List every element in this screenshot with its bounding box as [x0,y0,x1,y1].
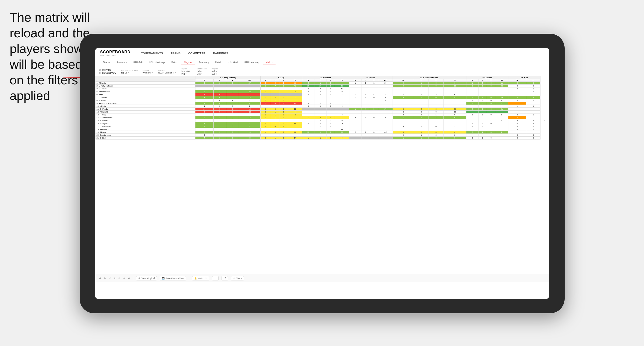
nav-tournaments[interactable]: TOURNAMENTS [138,51,166,56]
cell: 2 [335,105,350,108]
full-view-radio[interactable] [99,69,101,71]
cell: 0 [214,93,226,96]
cell: 3 [195,90,213,93]
cell: 0 [260,99,271,102]
zoom-fit-icon[interactable]: ⊡ [118,277,120,280]
conference-select[interactable]: (All) [197,70,206,73]
compact-view-radio[interactable] [99,72,101,74]
cell: 0 [214,108,226,111]
cell [349,122,361,125]
region-select[interactable]: East - DII [181,70,192,73]
cell: 1 [271,122,280,125]
cell: 1 [214,90,226,93]
cell: 0 [466,114,478,116]
cell: 0 [508,116,526,119]
cell [495,128,508,131]
cell: 1 [280,82,288,85]
cell [466,116,478,119]
zoom-out-icon[interactable]: ⊖ [114,277,116,280]
cell: 0 [271,131,280,134]
cell [226,119,239,122]
player-name: 9. A Maria Jimenez Rios [96,102,196,105]
sub-nav-teams[interactable]: Teams [100,60,113,65]
cell: 1 [314,125,326,128]
save-custom-button[interactable]: 💾 Save Custom View [160,276,186,280]
zoom-in-icon[interactable]: ⊕ [123,277,125,280]
gender-select[interactable]: Women's [142,72,154,74]
nav-teams[interactable]: TEAMS [167,51,184,56]
cell: 0 [302,87,314,90]
cell: 6 [444,82,466,85]
cell: 5 [288,116,302,119]
cell: 0 [335,90,350,93]
cell: 1 [260,108,271,111]
full-view-option[interactable]: Full View [99,69,116,71]
cell: 0 [280,85,288,87]
cell [508,93,526,96]
cell [302,119,314,122]
cell: 0 [428,131,443,134]
cell [271,119,280,122]
expand-button[interactable]: ⛶ [222,276,228,280]
cell [392,105,414,108]
view-toggle: Full View Compact View [99,69,116,74]
max-players-select[interactable]: Top 25 [121,72,138,74]
table-row: 10. L Perini 1 3 0 1 0 1 0 2 [96,105,549,108]
cell: -4 [378,96,392,99]
cell: 9 [444,137,466,140]
cell [378,125,392,128]
region-all-select[interactable]: (All) [181,73,192,75]
options-button[interactable]: ⋯ [212,276,218,280]
share-button[interactable]: ↗ Share [231,276,244,280]
sub-nav-h2h-grid[interactable]: H2H Grid [130,60,146,65]
sub-nav-detail[interactable]: Detail [212,60,224,65]
cell [378,102,392,105]
cell [414,102,428,105]
nav-rankings[interactable]: RANKINGS [210,51,232,56]
cell: 0 [226,90,239,93]
sub-nav-matrix[interactable]: Matrix [168,60,180,65]
nav-committee[interactable]: COMMITTEE [185,51,209,56]
sub-nav-players[interactable]: Players [181,60,196,65]
cell: 1 [195,105,213,108]
view-original-button[interactable]: 👁 View: Original [136,276,157,280]
cell [478,90,487,93]
matrix-area[interactable]: 2. M Kelly Mulcahy 6. A Dy 11. G Woods 2… [95,76,549,274]
sub-nav-h2h-grid2[interactable]: H2H Grid [225,60,241,65]
cell: 3 [526,96,540,99]
players-select[interactable]: (All) [212,70,218,73]
division-select[interactable]: NCAA Division II [158,72,176,74]
cell: 1 [335,125,350,128]
compact-view-option[interactable]: Compact View [99,72,116,74]
wlt-w7: W [508,79,526,82]
players-all-select[interactable]: (All) [212,73,218,75]
sub-nav-matrix2[interactable]: Matrix [263,60,276,65]
cell: 0 [487,131,495,134]
table-row: 19. J Kanh 3 1 0 19 4 0 0 -20 13 1 0 -33… [96,131,549,134]
redo-icon[interactable]: ↻ [104,277,106,280]
cell: 0 [526,119,540,122]
sub-navigation: Teams Summary H2H Grid H2H Heatmap Matri… [95,58,549,67]
undo-icon[interactable]: ↺ [99,277,101,280]
sub-nav-summary2[interactable]: Summary [196,60,212,65]
watch-button[interactable]: 🔔 Watch ▼ [192,276,209,280]
sub-nav-h2h-heatmap2[interactable]: H2H Heatmap [241,60,262,65]
cell [302,96,314,99]
cell: 1 [214,137,226,140]
cell [370,111,378,114]
cell [495,87,508,90]
cell [335,108,350,111]
cell [362,125,370,128]
cell [428,87,443,90]
settings-icon[interactable]: ⚙ [128,277,130,280]
cell: 1 [271,114,280,116]
sub-nav-h2h-heatmap[interactable]: H2H Heatmap [146,60,168,65]
cell: 3 [526,137,540,140]
cell [239,85,260,87]
player-name: 15. H Stranda [96,119,196,122]
reset-icon[interactable]: ↺ [109,277,111,280]
player-name: 5. A Nomrowski [96,90,196,93]
sub-nav-summary[interactable]: Summary [114,60,130,65]
cell [478,128,487,131]
conference-all-select[interactable]: (All) [197,73,206,75]
